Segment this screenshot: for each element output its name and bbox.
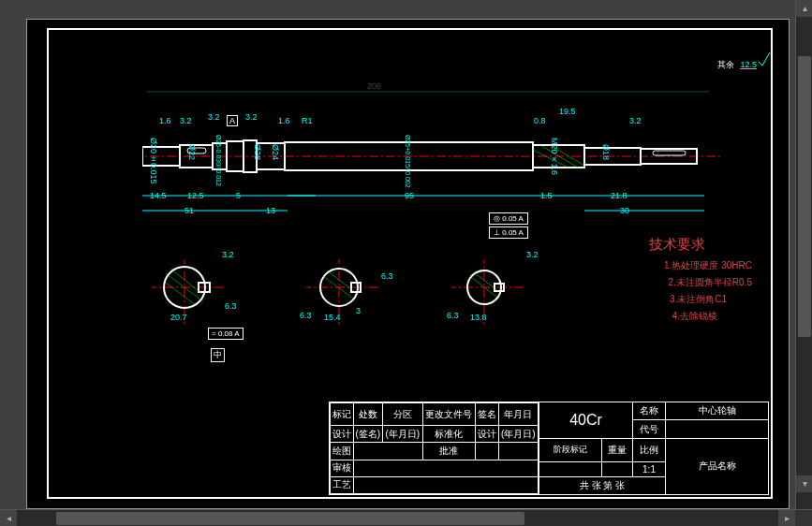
s1-datum: 中 [211,348,225,362]
svg-rect-2 [142,147,180,166]
hdr-zone: 分区 [383,403,422,426]
svg-point-31 [320,269,358,306]
r-draw: 绘图 [331,443,354,460]
s2-surf: 6.3 [381,271,393,281]
dia18: Ø18 [601,144,611,160]
svg-rect-38 [495,284,504,291]
section-3 [451,259,526,334]
tech-req-3: 3.未注倒角C1 [670,293,727,306]
len13: 13 [266,206,275,215]
s1-gtol: = 0.08 A [208,328,244,340]
svg-rect-5 [227,141,244,171]
dia22: Ø22 [187,144,197,160]
scroll-down-icon[interactable]: ▾ [796,475,812,492]
len218: 21.8 [611,191,627,200]
svg-point-24 [164,267,205,308]
tech-req-2: 2.未注圆角半径R0.5 [669,276,752,289]
sf-6: 0.8 [534,116,546,125]
svg-point-37 [467,270,501,304]
dia24: Ø24 [271,144,280,160]
code-label: 代号 [633,420,666,438]
tech-req-title: 技术要求 [649,236,705,254]
c05: (年月日) [498,426,538,443]
len30: 30 [620,206,629,215]
section-2 [306,259,381,334]
dia20: Ø20±0.015 [149,138,158,184]
gtol-frame-2: ⊥ 0.05 A [489,226,528,239]
cad-viewport[interactable]: 其余 12.5 206 [0,0,812,526]
s1-dim: 20.7 [170,313,187,322]
scroll-left-icon[interactable]: ◂ [0,510,17,526]
sf-7: 3.2 [629,116,642,125]
product-label: 产品名称 [666,438,769,494]
horizontal-scrollbar[interactable]: ◂ ▸ [0,509,812,526]
dia25b: Ø25+0.015/-0.002 [405,135,411,188]
svg-rect-25 [199,283,210,292]
svg-rect-10 [584,148,641,165]
scroll-thumb-h[interactable] [56,512,524,525]
svg-rect-11 [641,149,697,164]
sf-2: 3.2 [180,116,192,125]
thread: M20×1.6 [550,138,559,175]
drawing-content: 其余 12.5 206 [49,30,771,497]
dia25a: Ø25-0.030/-0.012 [215,135,222,186]
svg-rect-32 [351,283,361,292]
surf-value: 12.5 [740,60,757,69]
s3-surf: 3.2 [526,250,539,259]
vertical-scrollbar[interactable]: ▴ ▾ [795,0,812,509]
svg-line-40 [474,272,498,291]
scroll-right-icon[interactable]: ▸ [778,510,795,526]
len95: 95 [405,191,414,200]
hdr-mark: 标记 [331,403,354,426]
scroll-corner [795,510,812,526]
main-shaft-view [142,114,723,236]
tech-req-1: 1.热处理硬度 30HRC [664,259,752,272]
weight: 重量 [601,438,632,461]
sf-4: 3.2 [245,112,258,122]
material: 40Cr [539,402,633,439]
stage: 阶段标记 [539,438,602,461]
s2-dim1: 15.4 [324,313,341,322]
svg-line-39 [470,276,496,297]
sf-5: 1.6 [278,116,290,125]
r-process: 工艺 [331,476,354,493]
len15: 1.5 [540,191,553,200]
hdr-doc: 更改文件号 [422,403,476,426]
sf-1: 1.6 [159,116,171,125]
datum-a-box: A [227,115,238,126]
scroll-thumb-v[interactable] [798,56,811,337]
r-approve: 批准 [422,443,476,460]
svg-rect-13 [653,151,686,155]
title-block: 标记 处数 分区 更改文件号 签名 年月日 设计(签名)(年月日)标准化设计(年… [329,402,769,495]
s3-surf2: 6.3 [447,311,459,320]
section-1 [152,259,227,334]
tech-req-4: 4.去除锐棱 [672,310,717,323]
s2-surf2: 6.3 [300,311,312,320]
dia28: Ø28 [253,144,262,160]
surf-label: 其余 [717,60,734,69]
scale-val: 1:1 [633,461,666,476]
svg-line-26 [166,273,203,301]
c03: 标准化 [422,426,476,443]
overall-length: 206 [367,81,381,91]
c02: (年月日) [383,426,422,443]
gtol-frame-1: ◎ 0.05 A [489,212,528,225]
s1-surf: 3.2 [222,250,234,259]
c01: (签名) [353,426,383,443]
c04: 设计 [476,426,499,443]
len125: 12.5 [187,191,204,200]
radius: R1 [302,116,313,125]
s3-dim: 13.8 [470,313,487,322]
sheet: 共 张 第 张 [539,476,666,494]
r-check: 审核 [331,460,354,476]
scroll-up-icon[interactable]: ▴ [796,0,812,17]
svg-line-14 [540,145,578,168]
part-name: 中心轮轴 [666,402,769,420]
svg-line-28 [166,283,197,306]
hdr-qty: 处数 [353,403,383,426]
default-surface-finish: 其余 12.5 [717,54,757,71]
s2-dim2: 3 [356,306,361,315]
sf-3: 3.2 [208,112,220,122]
r-design: 设计 [331,426,354,443]
svg-line-34 [327,270,355,292]
